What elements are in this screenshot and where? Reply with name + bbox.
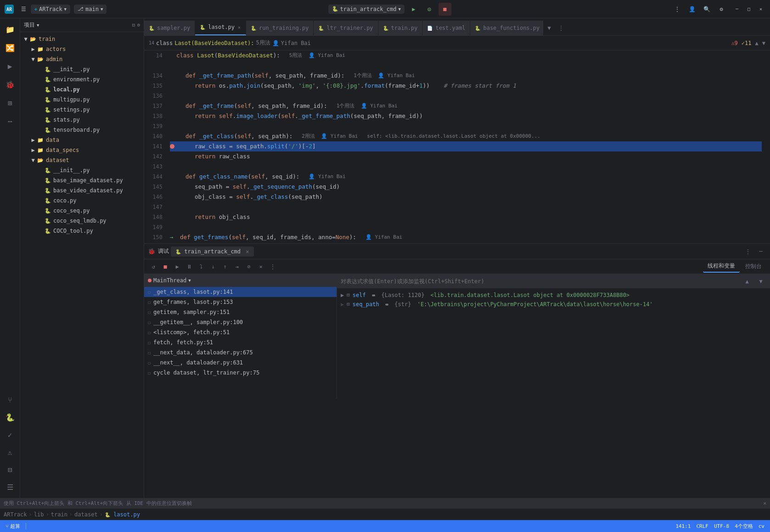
debug-resume-button[interactable]: ▶ (172, 261, 183, 272)
tab-lasot[interactable]: 🐍 lasot.py ✕ (195, 20, 246, 35)
status-crlf[interactable]: CRLF (695, 523, 711, 529)
var-expand-self[interactable]: ▶ (341, 292, 344, 298)
status-git-item[interactable]: ⑂ 超算 (4, 523, 22, 530)
branch-selector[interactable]: ⎇ main ▼ (74, 5, 107, 14)
breadcrumb-dataset[interactable]: dataset (74, 511, 98, 518)
tree-item-init-admin[interactable]: 🐍 __init__.py (20, 64, 144, 74)
tree-item-coco-seq-lmdb[interactable]: 🐍 coco_seq_lmdb.py (20, 216, 144, 226)
sidebar-icon-debug[interactable]: 🐞 (2, 76, 18, 93)
sidebar-icon-plugins[interactable]: ⊞ (2, 95, 18, 111)
tab-sampler[interactable]: 🐍 sampler.py (144, 21, 195, 35)
frame-item-1[interactable]: ☐ get_frames, lasot.py:153 (144, 297, 337, 307)
breadcrumb-lasot[interactable]: 🐍 lasot.py (105, 511, 140, 518)
navigate-down-button[interactable]: ▼ (762, 40, 765, 46)
frame-item-4[interactable]: ☐ <listcomp>, fetch.py:51 (144, 327, 337, 337)
debug-step-into-button[interactable]: ↓ (208, 261, 219, 272)
search-button[interactable]: 🔍 (700, 3, 713, 16)
frame-item-0[interactable]: ☐ _get_class, lasot.py:141 (144, 287, 337, 297)
status-charset[interactable]: UTF-8 (712, 523, 731, 529)
frame-item-3[interactable]: ☐ __getitem__, sampler.py:100 (144, 317, 337, 327)
sidebar-icon-more[interactable]: ⋯ (2, 113, 18, 129)
project-selector[interactable]: ◆ ARTrack ▼ (31, 5, 70, 14)
tree-item-data-specs[interactable]: ▶ 📁 data_specs (20, 145, 144, 155)
tree-item-dataset[interactable]: ▼ 📂 dataset (20, 155, 144, 165)
tree-item-settings[interactable]: 🐍 settings.py (20, 105, 144, 115)
user-button[interactable]: 👤 (686, 3, 698, 16)
debug-pause-button[interactable]: ⏸ (184, 261, 195, 272)
tree-item-actors[interactable]: ▶ 📁 actors (20, 44, 144, 54)
tree-item-data[interactable]: ▶ 📁 data (20, 135, 144, 145)
debug-step-over-button[interactable]: ⤵ (196, 261, 207, 272)
sidebar-icon-files[interactable]: 📁 (2, 21, 18, 38)
expression-input[interactable] (341, 278, 739, 285)
debug-step-out-button[interactable]: ↑ (219, 261, 230, 272)
tree-item-init-dataset[interactable]: 🐍 __init__.py (20, 165, 144, 175)
breadcrumb-lib[interactable]: lib (34, 511, 44, 518)
debug-more-button[interactable]: ⋮ (267, 261, 278, 272)
var-expand-seqpath[interactable]: ▶ (341, 301, 344, 308)
tree-item-multigpu[interactable]: 🐍 multigpu.py (20, 95, 144, 105)
tree-item-environment[interactable]: 🐍 environment.py (20, 74, 144, 84)
frame-item-2[interactable]: ☐ getitem, sampler.py:151 (144, 307, 337, 317)
breadcrumb-train[interactable]: train (51, 511, 67, 518)
var-item-seqpath[interactable]: ▶ ⊟ seq_path = {str} 'E:\Jetbrains\proje… (337, 300, 770, 309)
expr-history-button[interactable]: ▲ (742, 276, 753, 287)
tree-item-base-image[interactable]: 🐍 base_image_dataset.py (20, 175, 144, 185)
tab-train[interactable]: 🐍 train.py (378, 21, 423, 35)
code-content[interactable]: class Lasot(BaseVideoDataset): 5用法 👤 Yif… (166, 50, 762, 243)
collapse-all-button[interactable]: ⊟ (132, 22, 135, 28)
tree-item-local[interactable]: 🐍 local.py (20, 84, 144, 95)
thread-selector[interactable]: MainThread ▼ (148, 277, 191, 284)
bottom-settings-button[interactable]: ⋮ (742, 246, 753, 257)
more-actions-button[interactable]: ⋮ (671, 3, 684, 16)
hamburger-menu[interactable]: ☰ (18, 4, 29, 14)
sidebar-icon-tasks[interactable]: ✓ (2, 426, 18, 443)
file-tree-settings-button[interactable]: ⚙ (137, 22, 140, 28)
expr-settings-button[interactable]: ▼ (755, 276, 766, 287)
run-button[interactable]: ▶ (407, 3, 420, 16)
frame-item-8[interactable]: ☐ cycle dataset, ltr_trainer.py:75 (144, 368, 337, 378)
status-lang[interactable]: cv (757, 523, 766, 529)
tree-item-coco-seq[interactable]: 🐍 coco_seq.py (20, 206, 144, 216)
tab-run-training[interactable]: 🐍 run_training.py (246, 21, 314, 35)
frame-item-5[interactable]: ☐ fetch, fetch.py:51 (144, 337, 337, 347)
frame-item-6[interactable]: ☐ __next_data, dataloader.py:675 (144, 347, 337, 358)
sidebar-icon-issues[interactable]: ⚠ (2, 444, 18, 460)
tree-item-tensorboard[interactable]: 🐍 tensorboard.py (20, 125, 144, 135)
close-button[interactable]: ✕ (755, 4, 766, 15)
frame-item-7[interactable]: ☐ __next__, dataloader.py:631 (144, 358, 337, 368)
tab-more-button[interactable]: ⋮ (555, 21, 568, 35)
tree-item-train[interactable]: ▼ 📂 train (20, 34, 144, 44)
status-indent[interactable]: 4个空格 (733, 523, 755, 530)
sidebar-icon-run[interactable]: ▶ (2, 58, 18, 74)
navigate-up-button[interactable]: ▲ (755, 40, 759, 46)
debug-config-tab[interactable]: 🐍 train_artrack_cmd ✕ (171, 246, 254, 257)
debug-tab-close[interactable]: ✕ (246, 248, 249, 255)
tab-console[interactable]: 控制台 (741, 261, 766, 272)
tab-test[interactable]: 📄 test.yaml (422, 21, 470, 35)
tab-overflow-button[interactable]: ▼ (544, 21, 554, 35)
sidebar-icon-vcs[interactable]: ⑂ (2, 392, 18, 408)
sidebar-icon-terminal[interactable]: ⊟ (2, 461, 18, 478)
debug-run-to-cursor[interactable]: ⇥ (231, 261, 242, 272)
maximize-button[interactable]: □ (743, 4, 754, 15)
stop-button[interactable]: ■ (438, 3, 451, 16)
sidebar-icon-python[interactable]: 🐍 (2, 409, 18, 426)
tab-close-lasot[interactable]: ✕ (237, 24, 241, 30)
debug-restart-button[interactable]: ↺ (148, 261, 159, 272)
tree-item-coco[interactable]: 🐍 coco.py (20, 196, 144, 206)
debug-clear-button[interactable]: ✕ (255, 261, 266, 272)
coverage-button[interactable]: ⊙ (423, 3, 436, 16)
tab-base-functions[interactable]: 🐍 base_functions.py (470, 21, 544, 35)
tree-item-base-video[interactable]: 🐍 base_video_dataset.py (20, 185, 144, 196)
debug-mute-button[interactable]: ⊘ (243, 261, 254, 272)
sidebar-icon-services[interactable]: ☰ (2, 479, 18, 495)
minimize-button[interactable]: ─ (731, 4, 742, 15)
var-item-self[interactable]: ▶ ⊟ self = {Lasot: 1120} <lib.train.data… (337, 291, 770, 300)
debug-stop-button[interactable]: ■ (160, 261, 171, 272)
status-position[interactable]: 141:1 (674, 523, 692, 529)
sidebar-icon-commit[interactable]: 🔀 (2, 39, 18, 56)
tree-item-admin[interactable]: ▼ 📂 admin (20, 54, 144, 64)
bottom-minimize-button[interactable]: ─ (755, 246, 766, 257)
breadcrumb-artrack[interactable]: ARTrack (4, 511, 27, 518)
